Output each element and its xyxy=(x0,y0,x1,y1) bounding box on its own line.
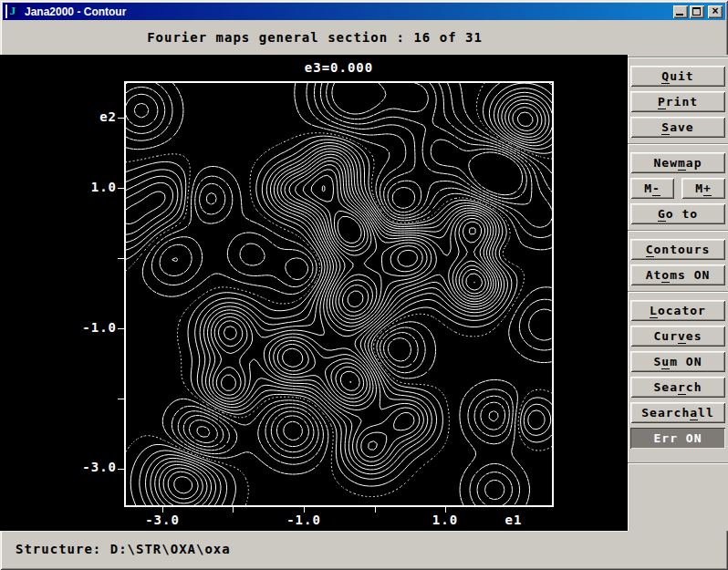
sidebar-separator xyxy=(628,143,728,145)
button-m[interactable]: M- xyxy=(630,178,674,199)
y-tick xyxy=(118,258,125,259)
structure-path: Structure: D:\STR\OXA\oxa xyxy=(0,532,628,556)
x-tick xyxy=(445,505,446,513)
button-atoms-on[interactable]: Atoms ON xyxy=(630,264,725,285)
sidebar-separator xyxy=(628,291,728,293)
button-go-to[interactable]: Go to xyxy=(630,203,725,224)
sidebar-separator xyxy=(628,462,728,464)
minimize-button[interactable] xyxy=(673,5,688,18)
x-tick xyxy=(162,505,163,513)
maximize-icon xyxy=(692,7,701,16)
y-tick xyxy=(118,469,125,470)
statusbar: Structure: D:\STR\OXA\oxa xyxy=(0,531,628,568)
button-quit[interactable]: Quit xyxy=(630,66,725,87)
y-tick-label: -3.0 xyxy=(51,460,117,474)
plot-section-title: e3=0.000 xyxy=(124,60,554,75)
contour-map-canvas[interactable] xyxy=(126,83,552,505)
y-tick xyxy=(118,188,125,189)
x-tick xyxy=(304,505,305,513)
section-header: Fourier maps general section : 16 of 31 xyxy=(0,30,629,45)
app-window: J Jana2000 - Contour × Fourier maps gene… xyxy=(0,0,728,570)
sidebar-separator xyxy=(628,230,728,232)
button-curves[interactable]: Curves xyxy=(630,326,725,347)
y-tick-label: -1.0 xyxy=(51,320,117,335)
x-tick xyxy=(375,505,376,513)
minimize-icon xyxy=(676,14,683,16)
y-tick xyxy=(118,399,125,399)
x-tick-label: -1.0 xyxy=(275,513,333,527)
plot-frame xyxy=(124,81,554,507)
button-search-all[interactable]: Search all xyxy=(630,402,725,423)
button-err-on[interactable]: Err ON xyxy=(630,428,725,449)
x-tick xyxy=(233,505,234,513)
close-button[interactable]: × xyxy=(708,5,723,18)
sidebar-separator xyxy=(628,57,728,58)
button-row: M-M+ xyxy=(630,178,725,199)
y-tick-label: 1.0 xyxy=(51,180,117,194)
y-tick xyxy=(118,118,125,119)
button-search[interactable]: Search xyxy=(630,377,725,398)
y-tick xyxy=(118,328,125,329)
x-tick-label: -3.0 xyxy=(133,513,192,527)
y-tick-label: e2 xyxy=(51,109,117,124)
button-new-map[interactable]: New map xyxy=(630,152,725,173)
window-title: Jana2000 - Contour xyxy=(25,5,671,18)
button-locator[interactable]: Locator xyxy=(630,300,725,321)
button-contours[interactable]: Contours xyxy=(630,239,725,260)
app-icon: J xyxy=(5,5,20,18)
titlebar: J Jana2000 - Contour × xyxy=(3,3,725,20)
maximize-button[interactable] xyxy=(690,5,704,18)
plot-area: e3=0.000 e21.0-1.0-3.0-3.0-1.01.0e1 xyxy=(0,55,628,531)
button-mplus[interactable]: M+ xyxy=(681,178,725,199)
x-tick-label: 1.0 xyxy=(416,513,474,527)
sidebar: QuitPrintSaveNew mapM-M+Go toContoursAto… xyxy=(628,55,728,531)
x-tick-label: e1 xyxy=(484,513,543,527)
button-save[interactable]: Save xyxy=(630,117,725,138)
close-icon: × xyxy=(708,5,723,17)
button-print[interactable]: Print xyxy=(630,91,725,112)
button-sum-on[interactable]: Sum ON xyxy=(630,351,725,372)
